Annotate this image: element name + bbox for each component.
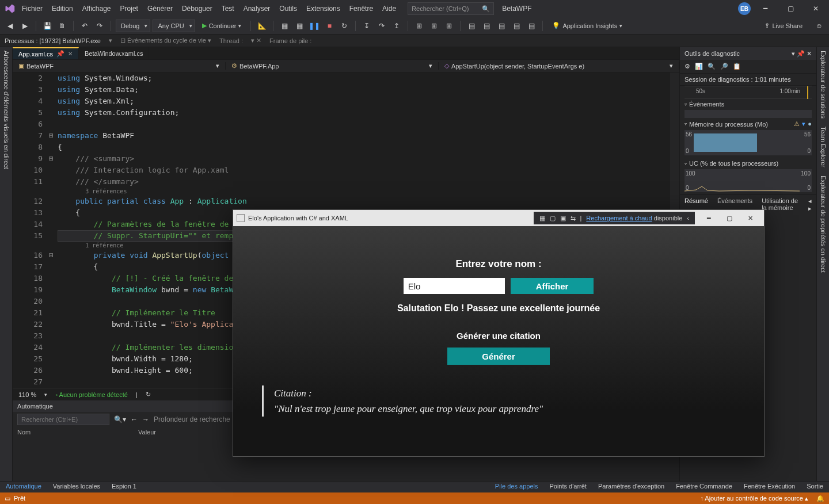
gear-icon[interactable]: ⚙ (685, 63, 690, 70)
zoom-level[interactable]: 110 % (18, 391, 36, 398)
show-button[interactable]: Afficher (511, 278, 594, 294)
tool-icon-b[interactable]: ⊞ (428, 20, 440, 32)
nav-member[interactable]: ◇AppStartUp(object sender, StartupEventA… (439, 62, 679, 70)
diag-icon-2[interactable]: 📋 (733, 63, 741, 70)
tool-icon-e[interactable]: ▤ (480, 20, 493, 32)
close-icon[interactable]: ✕ (68, 51, 73, 57)
dbg-icon-1[interactable]: ▦ (278, 20, 291, 32)
col-name: Nom (17, 429, 138, 436)
dbg-icon-2[interactable]: ▦ (293, 20, 306, 32)
right-panel-tab[interactable]: Explorateur de propriétés en direct (820, 175, 827, 273)
app-insights-dropdown[interactable]: 💡Application Insights▾ (547, 22, 627, 29)
menu-aide[interactable]: Aide (378, 1, 401, 16)
menu-analyser[interactable]: Analyser (239, 1, 275, 16)
tool-icon-h[interactable]: ▤ (525, 20, 538, 32)
menu-outils[interactable]: Outils (275, 1, 302, 16)
bell-icon[interactable]: 🔔 (816, 495, 824, 502)
menu-extensions[interactable]: Extensions (302, 1, 345, 16)
hot-tool-icon[interactable]: ▣ (560, 215, 566, 222)
user-avatar[interactable]: EB (738, 2, 751, 15)
feedback-icon[interactable]: ☺ (813, 20, 826, 32)
debug-process-bar: Processus : [19732] BetaWPF.exe ▾ ⊡ Évén… (0, 35, 829, 47)
quote-block: Citation : "Nul n'est trop jeune pour en… (262, 385, 543, 417)
hot-tool-icon[interactable]: ▦ (539, 215, 545, 222)
step-into-button[interactable]: ↧ (360, 20, 373, 32)
save-button[interactable]: 💾 (41, 20, 54, 32)
bottom-right-tab[interactable]: Points d'arrêt (543, 482, 592, 492)
left-collapsed-panel[interactable]: Arborescence d'éléments visuels en direc… (0, 47, 13, 481)
tool-icon-g[interactable]: ▤ (510, 20, 523, 32)
bottom-right-tab[interactable]: Fenêtre Exécution (738, 482, 801, 492)
pause-button[interactable]: ❚❚ (308, 20, 321, 32)
redo-button[interactable]: ↷ (93, 20, 106, 32)
menu-fenêtre[interactable]: Fenêtre (345, 1, 378, 16)
live-share-button[interactable]: ⇪Live Share (760, 22, 807, 29)
app-minimize-button[interactable]: ━ (698, 212, 719, 224)
zoom-out-icon[interactable]: 🔎 (720, 63, 728, 70)
menu-edition[interactable]: Edition (47, 1, 78, 16)
nav-back-icon[interactable]: ← (131, 415, 138, 423)
bottom-right-tab[interactable]: Paramètres d'exception (592, 482, 670, 492)
hot-tool-icon[interactable]: ▢ (550, 215, 556, 222)
nav-back-button[interactable]: ◀ (3, 20, 16, 32)
hot-reload-bar[interactable]: ▦ ▢ ▣ ⇆ | Rechargement à chaud disponibl… (534, 212, 695, 224)
stop-button[interactable]: ■ (323, 20, 336, 32)
step-toolbar-icon[interactable]: 📐 (256, 20, 268, 32)
diag-timeline[interactable]: 50s 1:00min (685, 86, 812, 98)
source-control-button[interactable]: ↑ Ajouter au contrôle de code source ▴ (700, 495, 808, 502)
pin-icon[interactable]: 📌 (56, 50, 64, 58)
menu-affichage[interactable]: Affichage (78, 1, 116, 16)
config-dropdown[interactable]: Debug (116, 20, 150, 32)
nav-scope[interactable]: ▣BetaWPF▾ (13, 62, 226, 70)
bottom-tab[interactable]: Espion 1 (106, 482, 142, 492)
name-input[interactable] (404, 278, 505, 294)
menu-déboguer[interactable]: Déboguer (177, 1, 217, 16)
window-close-button[interactable]: ✕ (805, 1, 827, 17)
tool-icon-d[interactable]: ▤ (465, 20, 478, 32)
hot-tool-icon[interactable]: ⇆ (571, 215, 576, 222)
bottom-right-tab[interactable]: Sortie (801, 482, 829, 492)
step-over-button[interactable]: ↷ (375, 20, 388, 32)
tool-icon-a[interactable]: ⊞ (413, 20, 425, 32)
window-restore-button[interactable]: ▢ (779, 1, 801, 17)
zoom-in-icon[interactable]: 🔍 (708, 63, 716, 70)
app-maximize-button[interactable]: ▢ (719, 212, 740, 224)
diag-icon-1[interactable]: 📊 (695, 63, 703, 70)
right-panel-tab[interactable]: Team Explorer (820, 127, 827, 167)
generate-label: Générer une citation (457, 331, 541, 341)
undo-button[interactable]: ↶ (78, 20, 91, 32)
tool-icon-f[interactable]: ▤ (495, 20, 508, 32)
save-all-button[interactable]: 🗎 (56, 20, 69, 32)
menu-générer[interactable]: Générer (143, 1, 177, 16)
search-icon: 🔍 (482, 5, 490, 13)
app-close-button[interactable]: ✕ (740, 212, 760, 224)
titlebar-search[interactable]: Rechercher (Ctrl+Q) 🔍 (408, 2, 494, 15)
bottom-right-tab[interactable]: Pile des appels (489, 482, 544, 492)
menu-fichier[interactable]: Fichier (17, 1, 47, 16)
cpu-chart: 100 100 0 0 (685, 169, 812, 192)
tab-betawindow-xaml-cs[interactable]: BetaWindow.xaml.cs (79, 47, 149, 59)
generate-button[interactable]: Générer (447, 348, 550, 365)
nav-fwd-button[interactable]: ▶ (18, 20, 31, 32)
restart-button[interactable]: ↻ (338, 20, 351, 32)
continue-button[interactable]: ▶Continuer▾ (197, 22, 246, 29)
platform-dropdown[interactable]: Any CPU (153, 20, 195, 32)
bottom-tab[interactable]: Variables locales (47, 482, 106, 492)
refresh-icon[interactable]: ↻ (146, 391, 151, 398)
tab-app-xaml-cs[interactable]: App.xaml.cs 📌 ✕ (13, 47, 79, 59)
nav-fwd-icon[interactable]: → (142, 415, 149, 423)
editor-nav-bar: ▣BetaWPF▾ ⚙BetaWPF.App▾ ◇AppStartUp(obje… (13, 60, 679, 72)
search-icon[interactable]: 🔍▾ (114, 415, 126, 423)
problems-indicator[interactable]: ◦ Aucun problème détecté (55, 391, 128, 398)
tool-icon-c[interactable]: ⊞ (443, 20, 455, 32)
menu-test[interactable]: Test (217, 1, 239, 16)
menu-projet[interactable]: Projet (116, 1, 143, 16)
step-out-button[interactable]: ↥ (390, 20, 403, 32)
right-panel-tab[interactable]: Explorateur de solutions (820, 51, 827, 119)
bottom-tab[interactable]: Automatique (0, 482, 47, 492)
class-icon: ⚙ (231, 62, 237, 70)
bottom-right-tab[interactable]: Fenêtre Commande (670, 482, 738, 492)
autos-search-input[interactable] (17, 414, 109, 425)
nav-class[interactable]: ⚙BetaWPF.App▾ (226, 62, 439, 70)
window-minimize-button[interactable]: ━ (754, 1, 776, 17)
